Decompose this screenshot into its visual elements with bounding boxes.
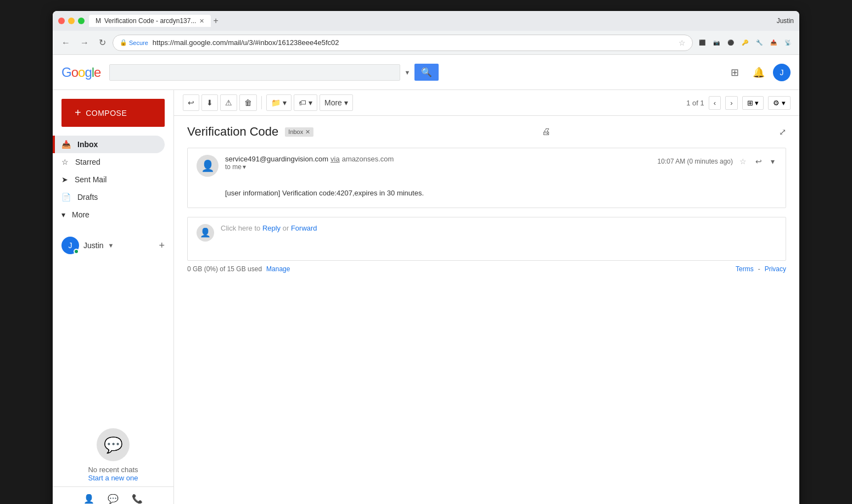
extension-icon-4[interactable]: 🔑: [739, 37, 751, 49]
email-subject-row: Verification Code Inbox ✕ 🖨 ⤢: [187, 125, 786, 139]
inbox-label-badge: Inbox ✕: [285, 127, 313, 137]
back-button[interactable]: ←: [58, 36, 74, 50]
sidebar-item-inbox[interactable]: 📥 Inbox: [53, 136, 165, 153]
sidebar: + COMPOSE 📥 Inbox ☆ Starred ➤ Sent Mail …: [53, 90, 173, 504]
move-to-button[interactable]: 📁 ▾: [266, 94, 292, 111]
inbox-icon: 📥: [61, 140, 71, 149]
reply-prompt: Click here to Reply or Forward: [221, 224, 317, 232]
maximize-window-button[interactable]: [78, 18, 85, 24]
add-account-button[interactable]: +: [159, 240, 165, 251]
to-me-dropdown[interactable]: ▾: [243, 163, 246, 171]
email-subject: Verification Code: [187, 125, 278, 139]
drafts-icon: 📄: [61, 193, 71, 201]
close-tab-button[interactable]: ✕: [199, 18, 204, 25]
more-dropdown-icon: ▾: [344, 98, 348, 107]
delete-button[interactable]: 🗑: [239, 94, 257, 111]
back-to-list-button[interactable]: ↩: [183, 94, 199, 111]
reply-avatar-icon: 👤: [200, 227, 211, 238]
spam-icon: ⚠: [225, 98, 232, 107]
tab-favicon-icon: M: [96, 17, 101, 25]
email-time-actions: 10:07 AM (0 minutes ago) ☆ ↩ ▾: [658, 155, 777, 168]
folder-icon: 📁: [271, 98, 281, 107]
more-email-actions-button[interactable]: ▾: [769, 155, 777, 168]
compose-plus-icon: +: [75, 107, 81, 119]
extension-icon-6[interactable]: 📥: [767, 37, 780, 49]
url-text: https://mail.google.com/mail/u/3/#inbox/…: [153, 38, 674, 47]
search-input[interactable]: [109, 64, 400, 81]
email-timestamp: 10:07 AM (0 minutes ago): [658, 158, 733, 165]
settings-button[interactable]: ⚙ ▾: [768, 96, 791, 110]
search-container: ▼ 🔍: [109, 64, 439, 81]
archive-icon: ⬇: [206, 98, 213, 107]
close-window-button[interactable]: [58, 18, 65, 24]
print-button[interactable]: 🖨: [542, 127, 551, 137]
extension-icon-3[interactable]: ⚫: [725, 37, 737, 49]
chat-phone-button[interactable]: 📞: [130, 491, 145, 504]
sender-avatar-icon: 👤: [201, 159, 215, 172]
sidebar-item-more[interactable]: ▾ More: [53, 206, 165, 223]
chat-bubble-button[interactable]: 💬: [105, 491, 121, 504]
sidebar-user-section[interactable]: J Justin ▼ +: [53, 232, 173, 259]
archive-button[interactable]: ⬇: [201, 94, 218, 111]
extension-icon-5[interactable]: 🔧: [753, 37, 765, 49]
reply-box[interactable]: 👤 Click here to Reply or Forward: [187, 217, 786, 261]
remove-label-button[interactable]: ✕: [305, 128, 310, 136]
google-logo: Google: [61, 65, 100, 80]
user-avatar-button[interactable]: J: [773, 64, 791, 81]
email-message: 👤 service491@guardingvision.com via amaz…: [187, 148, 786, 208]
sidebar-item-sent[interactable]: ➤ Sent Mail: [53, 171, 165, 188]
sidebar-item-drafts[interactable]: 📄 Drafts: [53, 188, 165, 206]
more-actions-button[interactable]: More ▾: [320, 94, 353, 111]
user-dropdown-icon[interactable]: ▼: [108, 242, 114, 249]
extension-icon-7[interactable]: 📡: [782, 37, 794, 49]
address-bar[interactable]: 🔒 Secure https://mail.google.com/mail/u/…: [113, 35, 693, 51]
email-body: [user information] Verification code:420…: [188, 183, 786, 208]
manage-link[interactable]: Manage: [266, 265, 290, 273]
reply-avatar: 👤: [197, 224, 214, 242]
next-email-button[interactable]: ›: [725, 96, 737, 110]
secure-badge: 🔒 Secure: [120, 39, 148, 46]
search-dropdown-icon[interactable]: ▼: [405, 69, 411, 76]
header-icons: ⊞ 🔔 J: [725, 63, 791, 82]
apps-icon-button[interactable]: ⊞: [725, 63, 744, 82]
star-email-button[interactable]: ☆: [737, 155, 749, 168]
active-tab[interactable]: M Verification Code - arcdyn137... ✕: [89, 15, 211, 27]
search-button[interactable]: 🔍: [414, 64, 439, 81]
chat-person-icon-button[interactable]: 👤: [81, 491, 97, 504]
move-dropdown-icon: ▾: [283, 98, 287, 107]
traffic-lights: [58, 18, 85, 24]
browser-extension-icons: ⬛ 📷 ⚫ 🔑 🔧 📥 📡: [696, 37, 794, 49]
browser-titlebar: M Verification Code - arcdyn137... ✕ + J…: [53, 11, 799, 31]
tab-title: Verification Code - arcdyn137...: [104, 17, 196, 25]
forward-button[interactable]: →: [77, 36, 92, 50]
delete-icon: 🗑: [244, 98, 252, 107]
view-options-button[interactable]: ⊞ ▾: [742, 96, 764, 110]
bookmark-icon[interactable]: ☆: [679, 38, 686, 47]
compose-button[interactable]: + COMPOSE: [61, 99, 165, 127]
extension-icon-1[interactable]: ⬛: [696, 37, 708, 49]
page-count: 1 of 1: [686, 99, 704, 107]
pagination: 1 of 1 ‹ › ⊞ ▾ ⚙ ▾: [686, 96, 791, 110]
reply-link[interactable]: Reply: [262, 224, 281, 232]
spam-button[interactable]: ⚠: [220, 94, 237, 111]
reload-button[interactable]: ↻: [96, 35, 109, 50]
labels-button[interactable]: 🏷 ▾: [294, 94, 317, 111]
sender-info: service491@guardingvision.com via amazon…: [225, 155, 651, 163]
extension-icon-2[interactable]: 📷: [710, 37, 722, 49]
start-new-chat-link[interactable]: Start a new one: [88, 474, 138, 482]
reply-placeholder-area[interactable]: Click here to Reply or Forward: [221, 224, 317, 232]
gmail-app: Google ▼ 🔍 ⊞ 🔔 J + COMPOSE: [53, 55, 799, 504]
privacy-link[interactable]: Privacy: [765, 265, 786, 273]
notifications-button[interactable]: 🔔: [749, 63, 769, 82]
via-label: via: [330, 155, 340, 163]
prev-email-button[interactable]: ‹: [709, 96, 721, 110]
new-tab-button[interactable]: +: [213, 16, 218, 26]
forward-link[interactable]: Forward: [291, 224, 317, 232]
tab-bar: M Verification Code - arcdyn137... ✕ +: [89, 15, 772, 27]
sidebar-item-starred[interactable]: ☆ Starred: [53, 153, 165, 171]
gmail-header: Google ▼ 🔍 ⊞ 🔔 J: [53, 55, 799, 90]
reply-button[interactable]: ↩: [753, 155, 764, 168]
popup-button[interactable]: ⤢: [779, 127, 786, 137]
terms-link[interactable]: Terms: [736, 265, 754, 273]
minimize-window-button[interactable]: [68, 18, 75, 24]
